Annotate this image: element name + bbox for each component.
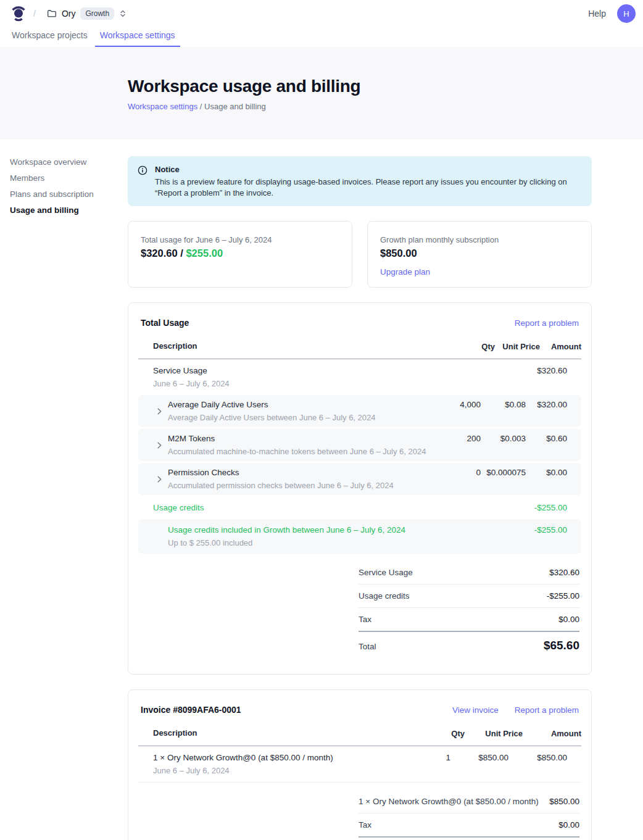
invoice-table: Description Qty Unit Price Amount 1 × Or… [138,728,581,783]
info-icon [138,165,147,198]
row-qty: 0 [438,467,481,478]
table-row-permission-checks[interactable]: Permission Checks Accumulated permission… [138,463,581,495]
top-bar: / Ory Growth Help H [0,0,643,27]
chevron-updown-icon [119,9,127,18]
breadcrumb-separator: / [33,9,36,19]
sidebar-item-plans-and-subscription[interactable]: Plans and subscription [10,189,128,199]
notice-title: Notice [155,164,582,175]
sidebar-item-members[interactable]: Members [10,173,128,183]
totals-row-service-usage: Service Usage $320.60 [359,561,579,584]
breadcrumb-current: Usage and billing [204,102,266,111]
invoice-totals: 1 × Ory Network Growth@0 (at $850.00 / m… [359,790,579,840]
workspace-switcher[interactable]: Ory Growth [47,7,127,20]
breadcrumb: Workspace settings / Usage and billing [128,102,643,111]
column-description: Description [138,728,428,739]
row-title: Average Daily Active Users [168,399,438,410]
service-usage-description: Service Usage June 6 – July 6, 2024 [138,365,438,389]
row-period: June 6 – July 6, 2024 [153,378,438,389]
column-qty: Qty [452,341,495,352]
top-bar-right: Help H [588,4,636,23]
row-title: M2M Tokens [168,433,438,444]
report-problem-link-usage[interactable]: Report a problem [515,318,579,328]
sidebar-item-usage-and-billing[interactable]: Usage and billing [10,206,128,215]
column-amount: Amount [540,341,581,352]
row-description: Average Daily Active Users between June … [168,412,438,423]
table-row-m2m-tokens[interactable]: M2M Tokens Accumulated machine-to-machin… [138,429,581,461]
total-usage-value: $320.60 / $255.00 [141,247,339,259]
row-title: 1 × Ory Network Growth@0 (at $850.00 / m… [153,752,413,763]
totals-row-invoice-item: 1 × Ory Network Growth@0 (at $850.00 / m… [359,790,579,813]
row-note: Up to $ 255.00 included [168,538,534,548]
tab-workspace-settings[interactable]: Workspace settings [95,30,180,47]
row-amount: -$255.00 [534,525,567,536]
total-usage-label: Total usage for June 6 – July 6, 2024 [141,235,339,244]
row-amount: $320.60 [526,365,567,376]
report-problem-link-invoice[interactable]: Report a problem [515,705,579,715]
invoice-panel-header: Invoice #8099AFA6-0001 View invoice Repo… [128,697,591,715]
table-row-service-usage: Service Usage June 6 – July 6, 2024 $320… [138,359,581,395]
row-qty: 1 [413,752,450,763]
invoice-title: Invoice #8099AFA6-0001 [141,705,241,715]
row-qty: 4,000 [438,399,481,410]
sidebar-item-workspace-overview[interactable]: Workspace overview [10,157,128,167]
row-unit-price: $0.000075 [481,467,526,478]
totals-row-grand-total: Total $850.00 [359,836,579,840]
totals-row-grand-total: Total $65.60 [359,631,579,659]
totals-row-tax: Tax $0.00 [359,607,579,631]
row-title: Usage credits [153,502,534,514]
row-qty: 200 [438,433,481,444]
help-link[interactable]: Help [588,9,606,19]
notice-text: Notice This is a preview feature for dis… [155,164,582,198]
usage-table-header: Description Qty Unit Price Amount [138,341,581,359]
row-title: Service Usage [153,365,438,376]
row-title: Permission Checks [168,467,438,478]
summary-cards: Total usage for June 6 – July 6, 2024 $3… [128,221,592,288]
total-usage-panel-title: Total Usage [141,318,189,328]
upgrade-plan-link[interactable]: Upgrade plan [380,267,430,277]
row-unit-price: $850.00 [450,752,508,763]
table-row-usage-credits: Usage credits -$255.00 [138,497,581,519]
column-unit-price: Unit Price [465,728,523,739]
row-amount: $0.00 [526,467,567,478]
breadcrumb-workspace-settings-link[interactable]: Workspace settings [128,102,197,111]
chevron-right-icon[interactable] [157,442,162,449]
workspace-name: Ory [62,9,76,19]
row-amount: -$255.00 [534,502,567,514]
row-unit-price: $0.08 [481,399,526,410]
main-content: Notice This is a preview feature for dis… [128,139,592,840]
tab-workspace-projects[interactable]: Workspace projects [7,30,93,47]
subscription-card: Growth plan monthly subscription $850.00… [367,221,592,288]
table-row-usage-credits-detail: Usage credits included in Growth between… [138,519,581,554]
ory-logo-icon[interactable] [10,5,27,22]
column-qty: Qty [428,728,465,739]
view-invoice-link[interactable]: View invoice [452,705,499,715]
usage-table: Description Qty Unit Price Amount Servic… [138,341,581,554]
notice-body: This is a preview feature for displaying… [155,177,582,198]
chevron-right-icon[interactable] [157,408,162,415]
page-hero: Workspace usage and billing Workspace se… [0,47,643,139]
page-title: Workspace usage and billing [128,77,643,96]
settings-sidebar: Workspace overview Members Plans and sub… [0,139,128,222]
breadcrumb-separator: / [200,102,204,111]
total-usage-panel: Total Usage Report a problem Description… [128,302,592,675]
chevron-right-icon[interactable] [157,476,162,483]
row-title: Usage credits included in Growth between… [168,525,534,536]
table-row-invoice-item: 1 × Ory Network Growth@0 (at $850.00 / m… [138,746,581,783]
totals-row-usage-credits: Usage credits -$255.00 [359,584,579,607]
total-usage-card: Total usage for June 6 – July 6, 2024 $3… [128,221,352,288]
row-amount: $0.60 [526,433,567,444]
row-amount: $850.00 [508,752,567,763]
tab-bar: Workspace projects Workspace settings [0,27,643,47]
row-description: Accumulated permission checks between Ju… [168,480,438,491]
total-usage-panel-header: Total Usage Report a problem [128,310,591,328]
column-description: Description [138,341,452,352]
totals-row-tax: Tax $0.00 [359,813,579,836]
top-bar-left: / Ory Growth [10,5,127,22]
usage-credit-amount: $255.00 [186,247,223,259]
row-amount: $320.00 [526,399,567,410]
usage-amount: $320.60 [141,247,178,259]
row-description: Accumulated machine-to-machine tokens be… [168,446,438,457]
table-row-average-daily-active-users[interactable]: Average Daily Active Users Average Daily… [138,395,581,427]
usage-separator: / [178,247,186,259]
avatar[interactable]: H [617,4,636,23]
